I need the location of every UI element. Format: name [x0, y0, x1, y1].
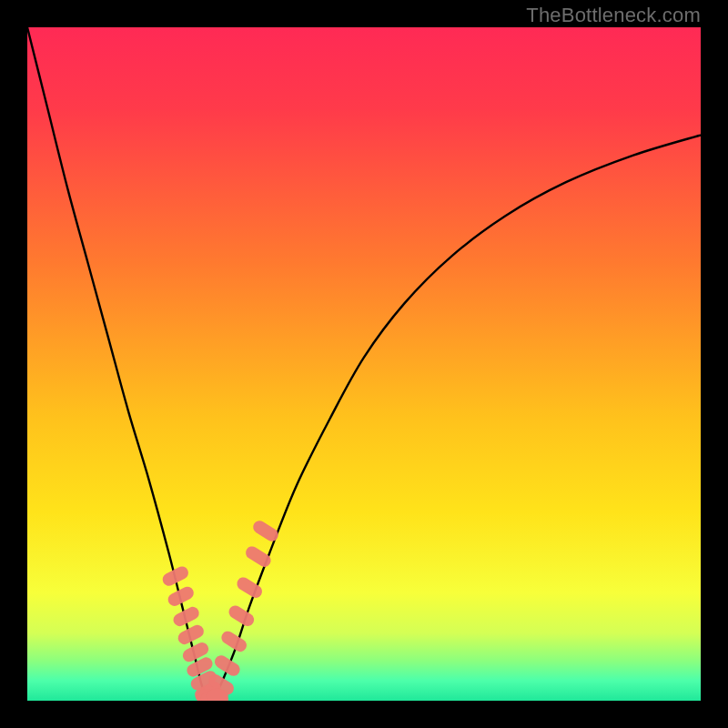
marker	[251, 519, 281, 544]
highlight-markers	[160, 519, 280, 701]
bottleneck-curve	[27, 27, 701, 701]
marker	[243, 544, 273, 570]
marker	[212, 653, 242, 679]
plot-area	[27, 27, 701, 701]
chart-frame: TheBottleneck.com	[0, 0, 728, 728]
watermark-text: TheBottleneck.com	[526, 4, 701, 27]
marker	[160, 564, 190, 588]
curve-layer	[27, 27, 701, 701]
marker	[227, 603, 257, 629]
